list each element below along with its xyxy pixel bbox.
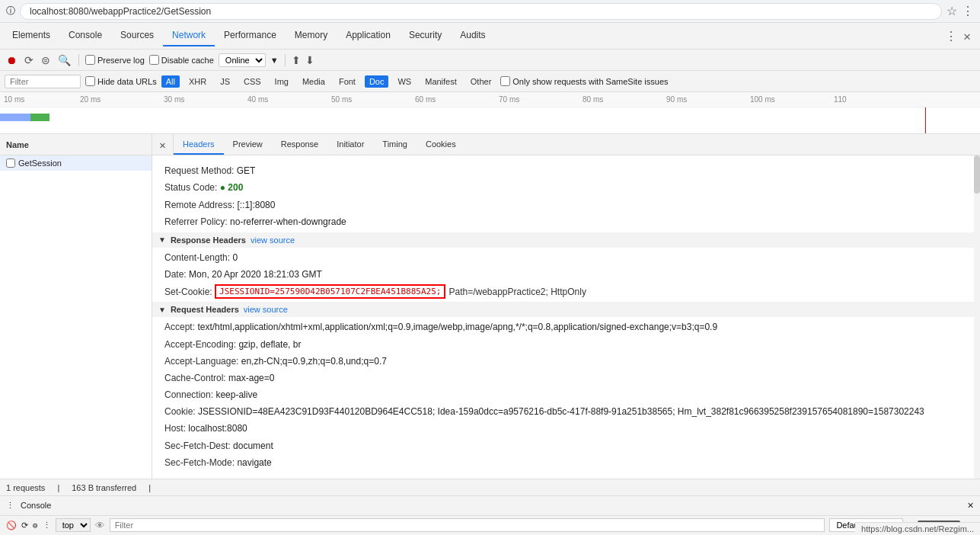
refresh-button[interactable]: ⟳ [23, 53, 35, 68]
tab-memory[interactable]: Memory [286, 25, 337, 46]
status-bar: 1 requests | 163 B transferred | [0, 479, 980, 495]
tab-security[interactable]: Security [400, 25, 451, 46]
request-view-source-link[interactable]: view source [244, 305, 288, 314]
record-button[interactable]: ⏺ [5, 53, 18, 68]
export-button[interactable]: ⬇ [305, 54, 314, 66]
disable-cache-checkbox[interactable]: Disable cache [149, 55, 214, 65]
bookmark-icon[interactable]: ☆ [946, 4, 957, 18]
status-code-dot: ● [220, 182, 228, 193]
samesite-checkbox[interactable]: Only show requests with SameSite issues [500, 76, 668, 86]
request-headers-section[interactable]: ▼ Request Headers view source [152, 302, 980, 317]
tab-console[interactable]: Console [59, 25, 111, 46]
menu-icon[interactable]: ⋮ [962, 4, 974, 18]
detail-tabs: ✕ Headers Preview Response Initiator Tim… [152, 134, 980, 155]
console-toolbar: 🚫 ⟳ ⊜ ⋮ top 👁 Default levels ▼ 2 hidden … [0, 516, 980, 535]
console-context-select[interactable]: top [56, 518, 91, 532]
detail-tab-response[interactable]: Response [272, 135, 328, 155]
samesite-input[interactable] [500, 76, 510, 86]
timeline-ruler: 10 ms 20 ms 30 ms 40 ms 50 ms 60 ms 70 m… [0, 92, 980, 107]
filter-ws-button[interactable]: WS [393, 75, 416, 88]
remote-address-label: Remote Address: [164, 200, 235, 210]
close-details-button[interactable]: ✕ [152, 134, 174, 155]
tab-elements[interactable]: Elements [3, 25, 59, 46]
filter-other-button[interactable]: Other [466, 75, 496, 88]
tab-audits[interactable]: Audits [451, 25, 494, 46]
filter-img-button[interactable]: Img [270, 75, 293, 88]
detail-tab-timing[interactable]: Timing [373, 135, 417, 155]
filter-doc-button[interactable]: Doc [365, 75, 389, 88]
devtools-icons: ⋮ ✕ [945, 29, 977, 43]
filter-toggle-button[interactable]: ⊜ [40, 53, 52, 68]
console-close-button[interactable]: ✕ [967, 501, 974, 511]
status-separator2: | [148, 483, 151, 492]
connection-value: keep-alive [215, 389, 257, 400]
console-refresh-icon[interactable]: ⟳ [21, 521, 28, 530]
devtools-tab-bar: Elements Console Sources Network Perform… [0, 23, 980, 50]
tick-10ms: 10 ms [4, 95, 24, 104]
referrer-policy-row: Referrer Policy: no-referrer-when-downgr… [164, 215, 968, 229]
host-label: Host: [164, 423, 186, 434]
tick-70ms: 70 ms [499, 95, 519, 104]
requests-panel: Name GetSession [0, 134, 152, 479]
sec-fetch-mode-value: navigate [237, 457, 271, 468]
tick-60ms: 60 ms [415, 95, 436, 104]
console-block-icon[interactable]: 🚫 [6, 521, 17, 530]
detail-tab-headers[interactable]: Headers [174, 135, 224, 155]
set-cookie-row: Set-Cookie: JSESSIONID=257590D42B057107C… [164, 284, 968, 299]
timeline-request [0, 114, 49, 121]
filter-manifest-button[interactable]: Manifest [420, 75, 461, 88]
response-headers-title: Response Headers [171, 235, 246, 245]
console-filter-input[interactable] [110, 518, 825, 532]
filter-font-button[interactable]: Font [334, 75, 360, 88]
tab-sources[interactable]: Sources [111, 25, 163, 46]
accept-value: text/html,application/xhtml+xml,applicat… [197, 322, 717, 332]
detail-tab-preview[interactable]: Preview [224, 135, 272, 155]
hide-data-urls-checkbox[interactable]: Hide data URLs [85, 76, 157, 86]
samesite-label: Only show requests with SameSite issues [512, 77, 668, 86]
devtools-close-icon[interactable]: ✕ [963, 29, 971, 43]
cookie-value: JSESSIONID=48EA423C91D93F440120BD964E4CC… [198, 406, 924, 417]
console-eye-icon[interactable]: 👁 [95, 520, 105, 531]
preserve-log-checkbox[interactable]: Preserve log [85, 55, 145, 65]
hide-data-urls-label: Hide data URLs [97, 77, 157, 86]
status-code-value: 200 [228, 182, 243, 193]
import-button[interactable]: ⬆ [292, 54, 301, 66]
throttle-select[interactable]: Online [219, 53, 266, 67]
filter-xhr-button[interactable]: XHR [184, 75, 211, 88]
hide-data-urls-input[interactable] [85, 76, 95, 86]
response-headers-section[interactable]: ▼ Response Headers view source [152, 232, 980, 248]
accept-encoding-row: Accept-Encoding: gzip, deflate, br [164, 338, 968, 352]
headers-content: Request Method: GET Status Code: ● 200 R… [152, 155, 980, 479]
url-input[interactable]: localhost:8080/webappPractice2/GetSessio… [20, 3, 942, 20]
disable-cache-input[interactable] [149, 55, 159, 65]
tab-network[interactable]: Network [163, 25, 215, 46]
request-checkbox[interactable] [6, 159, 15, 168]
detail-tab-initiator[interactable]: Initiator [327, 135, 373, 155]
response-view-source-link[interactable]: view source [251, 235, 295, 245]
host-value: localhost:8080 [188, 423, 247, 434]
accept-label: Accept: [164, 322, 195, 332]
search-button[interactable]: 🔍 [56, 53, 72, 68]
console-dots-icon[interactable]: ⋮ [43, 521, 51, 530]
filter-css-button[interactable]: CSS [239, 75, 266, 88]
request-item-getsession[interactable]: GetSession [0, 155, 152, 171]
date-row: Date: Mon, 20 Apr 2020 18:21:03 GMT [164, 268, 968, 282]
response-headers-chevron: ▼ [158, 235, 166, 244]
tab-application[interactable]: Application [337, 25, 400, 46]
preserve-log-input[interactable] [85, 55, 95, 65]
tick-80ms: 80 ms [583, 95, 603, 104]
scroll-thumb [974, 155, 980, 194]
console-filter-icon[interactable]: ⊜ [33, 521, 38, 530]
console-tab-label[interactable]: Console [21, 501, 51, 510]
filter-js-button[interactable]: JS [215, 75, 235, 88]
console-panel: ⋮ Console ✕ 🚫 ⟳ ⊜ ⋮ top 👁 Default levels… [0, 495, 980, 535]
devtools-dots-icon[interactable]: ⋮ [945, 29, 957, 43]
status-code-row: Status Code: ● 200 [164, 181, 968, 195]
filter-media-button[interactable]: Media [298, 75, 330, 88]
tab-performance[interactable]: Performance [215, 25, 286, 46]
detail-tab-cookies[interactable]: Cookies [417, 135, 465, 155]
main-content: Name GetSession ✕ Headers Preview Respon… [0, 134, 980, 479]
filter-input[interactable] [5, 75, 81, 88]
filter-all-button[interactable]: All [161, 75, 180, 88]
tick-40ms: 40 ms [247, 95, 268, 104]
